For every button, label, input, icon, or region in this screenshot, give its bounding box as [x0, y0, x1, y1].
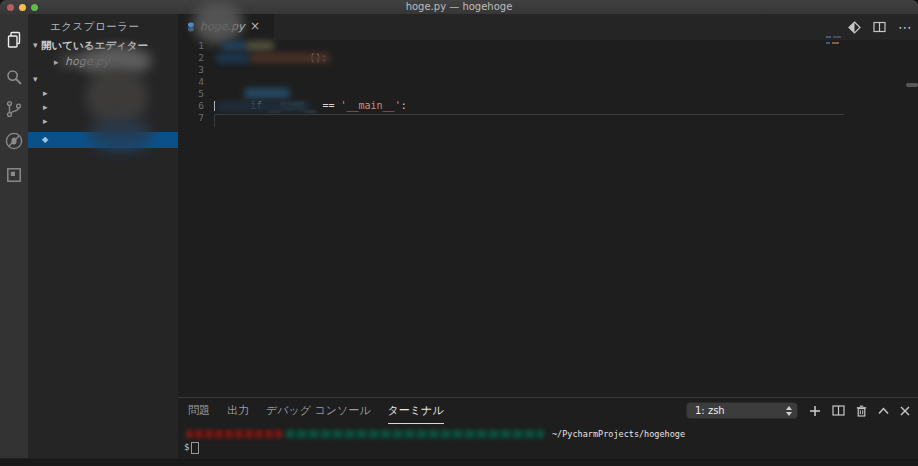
panel-actions: 1: zsh [686, 402, 910, 419]
twisty-collapsed-icon: ▸ [43, 114, 48, 128]
select-updown-icon [786, 406, 792, 416]
tree-item-selected[interactable]: ◆ [28, 132, 178, 148]
split-editor-icon[interactable] [873, 21, 886, 33]
minimap-mark [833, 36, 841, 38]
terminal-prompt: $ [184, 441, 189, 453]
code-line-1[interactable]: (): [273, 40, 327, 76]
activity-bar [0, 14, 28, 458]
open-preview-icon[interactable] [848, 21, 861, 34]
tab-hoge-py[interactable]: hoge.py × [178, 14, 274, 40]
open-editor-item-label: hoge.py [65, 55, 109, 69]
debug-icon[interactable] [0, 126, 28, 156]
source-control-icon[interactable] [0, 94, 28, 124]
terminal-picker-select[interactable]: 1: zsh [686, 402, 798, 419]
terminal-cursor [191, 442, 199, 454]
line-number: 3 [178, 64, 204, 76]
redaction-blob-code [216, 53, 250, 63]
bottom-panel: 問題 出力 デバッグ コンソール ターミナル 1: zsh [178, 397, 918, 466]
kill-terminal-icon[interactable] [856, 405, 867, 417]
tab-output[interactable]: 出力 [227, 403, 249, 424]
split-terminal-icon[interactable] [832, 405, 845, 416]
maximize-panel-icon[interactable] [878, 407, 889, 415]
close-panel-icon[interactable] [900, 406, 910, 416]
open-editors-label: 開いているエディター [41, 38, 148, 52]
line-number: 7 [178, 112, 204, 124]
line-number: 2 [178, 52, 204, 64]
twisty-collapsed-icon: ▸ [54, 55, 59, 69]
line-number: 1 [178, 40, 204, 52]
folder-section-header[interactable]: ▾ [28, 72, 178, 86]
tree-item-redacted[interactable]: ▸ [28, 100, 178, 114]
current-line-border [214, 114, 215, 127]
twisty-expanded-icon: ▾ [33, 38, 38, 52]
terminal-picker-value: 1: zsh [695, 405, 725, 416]
tab-close-icon[interactable]: × [250, 19, 260, 33]
tree-item-redacted[interactable]: ▸ [28, 86, 178, 100]
minimap-mark [832, 42, 839, 44]
terminal-cwd-text: ~/PycharmProjects/hogehoge [552, 428, 685, 440]
tab-label: hoge.py [200, 20, 244, 33]
file-icon: ◆ [42, 132, 48, 148]
window-bottom-edge [0, 459, 918, 466]
twisty-collapsed-icon: ▸ [43, 86, 48, 100]
search-icon[interactable] [0, 62, 28, 92]
tab-problems[interactable]: 問題 [188, 403, 210, 424]
twisty-collapsed-icon: ▸ [43, 100, 48, 114]
scrollbar-thumb[interactable] [906, 83, 918, 87]
code-line-5[interactable]: if __name__ == '__main__': [214, 88, 407, 124]
open-editor-item[interactable]: ▸ hoge.py [28, 55, 178, 69]
vscode-window: hoge.py — hogehoge [0, 0, 918, 466]
tab-debug-console[interactable]: デバッグ コンソール [266, 403, 371, 424]
explorer-sidebar: エクスプローラー ▾ 開いているエディター ▸ hoge.py ▾ ▸ ▸ ▸ … [28, 14, 178, 458]
explorer-icon[interactable] [0, 25, 28, 55]
redaction-blob-code [222, 41, 248, 51]
titlebar: hoge.py — hogehoge [0, 0, 918, 14]
tab-terminal[interactable]: ターミナル [388, 403, 444, 424]
more-actions-icon[interactable]: ⋯ [898, 22, 912, 32]
line-number: 5 [178, 88, 204, 100]
line-number: 4 [178, 76, 204, 88]
extensions-icon[interactable] [0, 160, 28, 190]
python-file-icon [186, 22, 196, 32]
text-cursor [214, 101, 215, 111]
tree-item-redacted[interactable]: ▸ [28, 114, 178, 128]
sidebar-title: エクスプローラー [50, 20, 139, 34]
minimap-mark [826, 36, 831, 38]
panel-tab-bar: 問題 出力 デバッグ コンソール ターミナル [188, 403, 444, 424]
redaction-blob-code [246, 41, 274, 51]
open-editors-section-header[interactable]: ▾ 開いているエディター [28, 38, 178, 52]
editor-tab-bar: hoge.py × ⋯ [178, 14, 918, 40]
line-number: 6 [178, 100, 204, 112]
minimap-mark [826, 42, 830, 44]
new-terminal-icon[interactable] [809, 405, 821, 417]
twisty-expanded-icon: ▾ [33, 72, 38, 86]
window-title: hoge.py — hogehoge [0, 0, 918, 14]
current-line-border [214, 114, 844, 115]
